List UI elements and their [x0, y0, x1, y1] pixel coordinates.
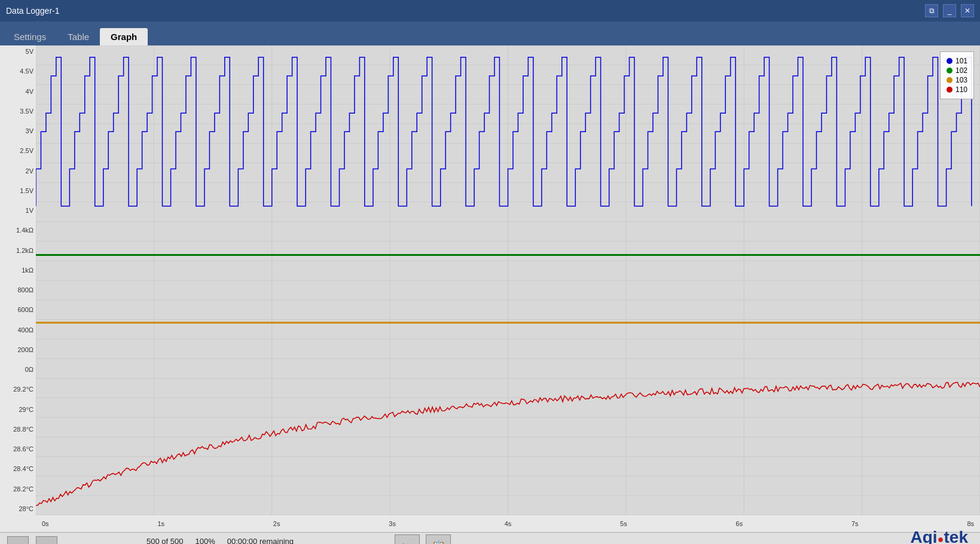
x-axis-bar: 0s1s2s3s4s5s6s7s8s	[0, 515, 980, 532]
bottom-icons: ▶ 📋	[395, 534, 451, 545]
progress-info: 500 of 500 100% 00:00:00 remaining	[146, 537, 294, 545]
progress-container: 500 of 500 100% 00:00:00 remaining	[65, 537, 375, 545]
bottom-bar: ▶ ■ 500 of 500 100% 00:00:00 remaining ▶…	[0, 532, 980, 544]
y-axis: 5V4.5V4V3.5V3V2.5V2V1.5V1V1.4kΩ1.2kΩ1kΩ8…	[0, 45, 36, 515]
x-axis-label: 4s	[505, 520, 512, 527]
restore-button[interactable]: ⧉	[925, 4, 938, 17]
progress-count: 500 of 500	[146, 537, 183, 545]
legend-box: 101 102 103 110	[940, 51, 974, 99]
y-axis-label: 400Ω	[2, 327, 33, 334]
legend-item-101: 101	[947, 57, 967, 65]
close-button[interactable]: ✕	[961, 4, 974, 17]
log-icon: 📋	[431, 540, 446, 545]
tab-graph[interactable]: Graph	[100, 28, 148, 45]
minimize-button[interactable]: _	[943, 4, 956, 17]
tabs-bar: Settings Table Graph	[0, 22, 980, 45]
x-axis-label: 7s	[851, 520, 859, 527]
y-axis-label: 28.4°C	[2, 466, 33, 472]
y-axis-label: 1.4kΩ	[2, 227, 33, 234]
y-axis-label: 28.8°C	[2, 426, 33, 433]
y-axis-label: 200Ω	[2, 347, 33, 353]
y-axis-label: 1kΩ	[2, 267, 33, 274]
x-axis-label: 3s	[389, 520, 396, 527]
tab-settings[interactable]: Settings	[3, 28, 57, 45]
y-axis-label: 29.2°C	[2, 386, 33, 393]
x-axis-labels: 0s1s2s3s4s5s6s7s8s	[39, 520, 980, 527]
y-axis-label: 3.5V	[2, 108, 33, 115]
legend-dot-101	[947, 58, 952, 64]
legend-item-110: 110	[947, 85, 967, 94]
title-bar: Data Logger-1 ⧉ _ ✕	[0, 0, 980, 22]
legend-item-103: 103	[947, 76, 967, 84]
x-axis-label: 6s	[736, 520, 743, 527]
log-button[interactable]: 📋	[426, 534, 451, 545]
logo-text-blue2: tek	[944, 528, 968, 545]
legend-dot-110	[947, 87, 952, 93]
record-icon: ▶	[403, 540, 412, 545]
y-axis-label: 2V	[2, 168, 33, 175]
progress-percent: 100%	[195, 537, 215, 545]
main-content: 5V4.5V4V3.5V3V2.5V2V1.5V1V1.4kΩ1.2kΩ1kΩ8…	[0, 45, 980, 515]
y-axis-label: 28°C	[2, 506, 33, 512]
stop-button[interactable]: ■	[36, 536, 57, 545]
x-axis-label: 1s	[157, 520, 164, 527]
y-axis-label: 28.2°C	[2, 486, 33, 493]
tab-table[interactable]: Table	[57, 28, 100, 45]
play-button[interactable]: ▶	[7, 536, 29, 545]
legend-item-102: 102	[947, 66, 967, 75]
y-axis-label: 1.5V	[2, 188, 33, 194]
window-controls: ⧉ _ ✕	[925, 4, 974, 17]
y-axis-label: 4.5V	[2, 68, 33, 75]
progress-remaining: 00:00:00 remaining	[227, 537, 294, 545]
y-axis-label: 600Ω	[2, 307, 33, 313]
y-axis-label: 29°C	[2, 407, 33, 413]
legend-label-103: 103	[955, 76, 967, 84]
y-axis-label: 3V	[2, 128, 33, 135]
y-axis-label: 4V	[2, 88, 33, 95]
y-axis-label: 5V	[2, 48, 33, 55]
y-axis-label: 1.2kΩ	[2, 247, 33, 254]
x-axis-label: 0s	[42, 520, 49, 527]
y-axis-label: 800Ω	[2, 287, 33, 294]
y-axis-label: 28.6°C	[2, 446, 33, 453]
record-button[interactable]: ▶	[395, 534, 420, 545]
y-axis-label: 2.5V	[2, 148, 33, 154]
legend-label-110: 110	[955, 85, 967, 94]
play-icon: ▶	[15, 542, 22, 545]
logo-dot: ●	[938, 533, 944, 545]
legend-label-102: 102	[955, 66, 967, 75]
x-axis-label: 8s	[967, 520, 974, 527]
app-title: Data Logger-1	[6, 6, 60, 16]
main-chart	[36, 45, 980, 515]
x-axis-label: 2s	[273, 520, 280, 527]
chart-area: 101 102 103 110	[36, 45, 980, 515]
y-axis-label: 0Ω	[2, 366, 33, 373]
legend-label-101: 101	[955, 57, 967, 65]
x-axis-label: 5s	[620, 520, 627, 527]
legend-dot-103	[947, 77, 952, 83]
y-axis-label: 1V	[2, 207, 33, 214]
logo-text-blue: Agi	[911, 528, 938, 545]
stop-icon: ■	[44, 542, 49, 545]
legend-dot-102	[947, 68, 952, 74]
agitek-logo: Agi●tek Instruments	[911, 528, 968, 545]
